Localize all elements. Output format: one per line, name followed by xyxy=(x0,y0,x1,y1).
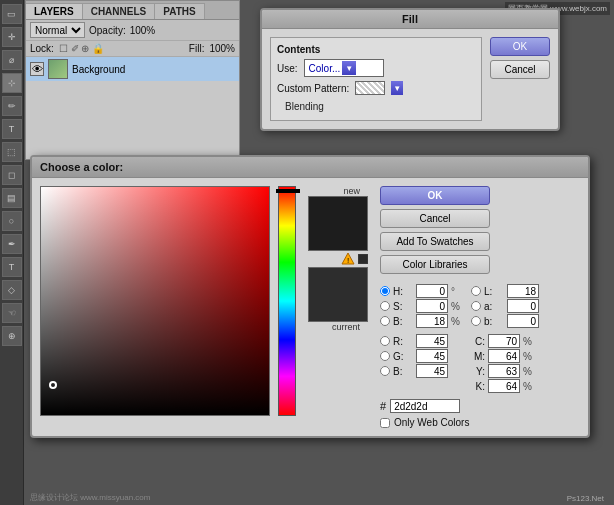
m-label: M: xyxy=(471,351,485,362)
l-radio[interactable] xyxy=(471,286,481,296)
h-radio[interactable] xyxy=(380,286,390,296)
g-label: G: xyxy=(393,351,413,362)
tool-hand[interactable]: ☜ xyxy=(2,303,22,323)
y-unit: % xyxy=(523,366,535,377)
a-radio[interactable] xyxy=(471,301,481,311)
h-input[interactable] xyxy=(416,284,448,298)
b2-radio[interactable] xyxy=(380,366,390,376)
c-label: C: xyxy=(471,336,485,347)
color-cancel-button[interactable]: Cancel xyxy=(380,209,490,228)
tab-paths[interactable]: PATHS xyxy=(155,3,204,19)
c-unit: % xyxy=(523,336,535,347)
tool-eyedropper[interactable]: ✏ xyxy=(2,96,22,116)
b-label: B: xyxy=(393,316,413,327)
l-input[interactable] xyxy=(507,284,539,298)
a-row: a: xyxy=(471,299,539,313)
color-new-preview xyxy=(308,196,368,251)
b-row: B: % xyxy=(380,314,463,328)
tool-pen[interactable]: ✒ xyxy=(2,234,22,254)
r-input[interactable] xyxy=(416,334,448,348)
custom-pattern-row: Custom Pattern: ▼ xyxy=(277,81,475,95)
color-libraries-button[interactable]: Color Libraries xyxy=(380,255,490,274)
tool-zoom[interactable]: ⊕ xyxy=(2,326,22,346)
use-label: Use: xyxy=(277,63,298,74)
hue-slider-thumb xyxy=(276,189,300,193)
b3-input[interactable] xyxy=(507,314,539,328)
s-label: S: xyxy=(393,301,413,312)
fill-dialog-title: Fill xyxy=(262,10,558,29)
g-input[interactable] xyxy=(416,349,448,363)
k-unit: % xyxy=(523,381,535,392)
hex-input[interactable] xyxy=(390,399,460,413)
fill-dialog-buttons: OK Cancel xyxy=(490,37,550,121)
blend-mode-row: Normal Opacity: 100% xyxy=(26,20,239,41)
blending-label: Blending xyxy=(277,99,475,114)
c-row: C: % xyxy=(471,334,539,348)
gamut-row: ! xyxy=(340,251,368,267)
s-input[interactable] xyxy=(416,299,448,313)
blend-mode-select[interactable]: Normal xyxy=(30,22,85,38)
current-label: current xyxy=(332,322,360,332)
tool-clone[interactable]: ⬚ xyxy=(2,142,22,162)
a-input[interactable] xyxy=(507,299,539,313)
color-ok-button[interactable]: OK xyxy=(380,186,490,205)
fill-label: Fill: xyxy=(189,43,205,54)
b-input[interactable] xyxy=(416,314,448,328)
tool-brush[interactable]: T xyxy=(2,119,22,139)
y-input[interactable] xyxy=(488,364,520,378)
b2-input[interactable] xyxy=(416,364,448,378)
g-row: G: xyxy=(380,349,463,363)
r-radio[interactable] xyxy=(380,336,390,346)
m-input[interactable] xyxy=(488,349,520,363)
tool-marquee[interactable]: ▭ xyxy=(2,4,22,24)
g-radio[interactable] xyxy=(380,351,390,361)
color-current-preview xyxy=(308,267,368,322)
s-radio[interactable] xyxy=(380,301,390,311)
layer-thumbnail xyxy=(48,59,68,79)
b-radio[interactable] xyxy=(380,316,390,326)
svg-text:!: ! xyxy=(347,256,349,265)
custom-pattern-arrow[interactable]: ▼ xyxy=(391,81,403,95)
tab-channels[interactable]: CHANNELS xyxy=(83,3,156,19)
layer-name: Background xyxy=(72,64,125,75)
fill-cancel-button[interactable]: Cancel xyxy=(490,60,550,79)
custom-pattern-preview xyxy=(355,81,385,95)
lock-label: Lock: xyxy=(30,43,54,54)
color-saturation-field[interactable] xyxy=(40,186,270,416)
layers-tabs: LAYERS CHANNELS PATHS xyxy=(26,1,239,20)
tool-shape[interactable]: ◇ xyxy=(2,280,22,300)
web-colors-row: Only Web Colors xyxy=(380,417,580,428)
fill-contents-group: Contents Use: Color... ▼ Custom Pattern:… xyxy=(270,37,482,121)
color-field-wrapper[interactable] xyxy=(40,186,270,428)
h-label: H: xyxy=(393,286,413,297)
hue-slider[interactable] xyxy=(278,186,296,416)
tool-crop[interactable]: ⊹ xyxy=(2,73,22,93)
use-dropdown[interactable]: Color... ▼ xyxy=(304,59,384,77)
tool-move[interactable]: ✛ xyxy=(2,27,22,47)
b2-label: B: xyxy=(393,366,413,377)
svg-rect-2 xyxy=(358,254,368,264)
add-to-swatches-button[interactable]: Add To Swatches xyxy=(380,232,490,251)
c-input[interactable] xyxy=(488,334,520,348)
m-unit: % xyxy=(523,351,535,362)
watermark-left: 思缘设计论坛 www.missyuan.com xyxy=(30,492,150,503)
b3-radio[interactable] xyxy=(471,316,481,326)
m-row: M: % xyxy=(471,349,539,363)
tool-gradient[interactable]: ▤ xyxy=(2,188,22,208)
tool-dodge[interactable]: ○ xyxy=(2,211,22,231)
tool-text[interactable]: T xyxy=(2,257,22,277)
layers-panel: LAYERS CHANNELS PATHS Normal Opacity: 10… xyxy=(25,0,240,160)
hue-slider-wrapper[interactable] xyxy=(278,186,296,428)
tool-lasso[interactable]: ⌀ xyxy=(2,50,22,70)
gamut-warning-icon: ! xyxy=(340,251,356,267)
tool-eraser[interactable]: ◻ xyxy=(2,165,22,185)
web-colors-checkbox[interactable] xyxy=(380,418,390,428)
tab-layers[interactable]: LAYERS xyxy=(26,3,83,19)
use-value: Color... xyxy=(309,63,341,74)
fill-ok-button[interactable]: OK xyxy=(490,37,550,56)
eye-visibility[interactable]: 👁 xyxy=(30,62,44,76)
gamut-swatch-icon xyxy=(358,254,368,264)
layer-background-row[interactable]: 👁 Background xyxy=(26,57,239,81)
k-input[interactable] xyxy=(488,379,520,393)
b3-row: b: xyxy=(471,314,539,328)
